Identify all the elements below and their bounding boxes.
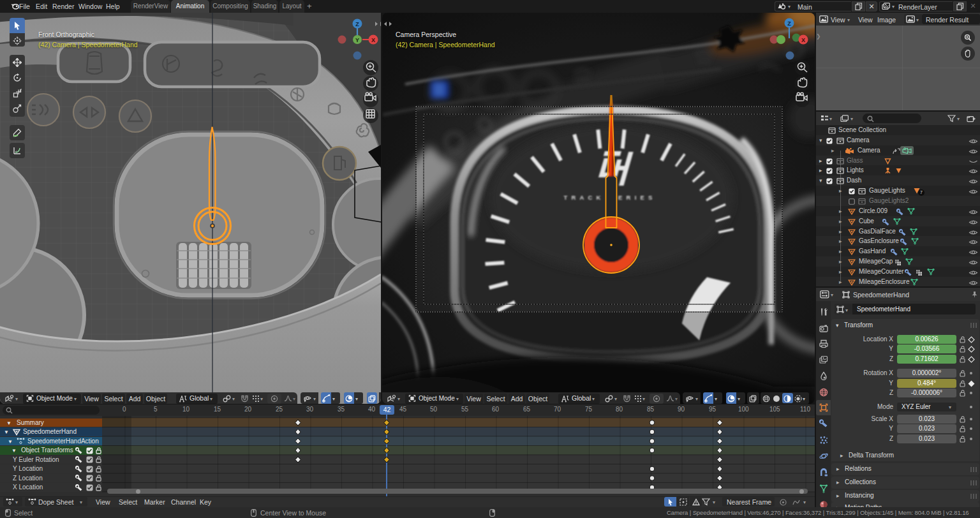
svg-text:Y: Y	[355, 37, 359, 43]
svg-text:X: X	[371, 37, 375, 43]
svg-text:Z: Z	[787, 20, 791, 27]
svg-text:X: X	[801, 37, 805, 43]
svg-text:Z: Z	[355, 21, 359, 27]
